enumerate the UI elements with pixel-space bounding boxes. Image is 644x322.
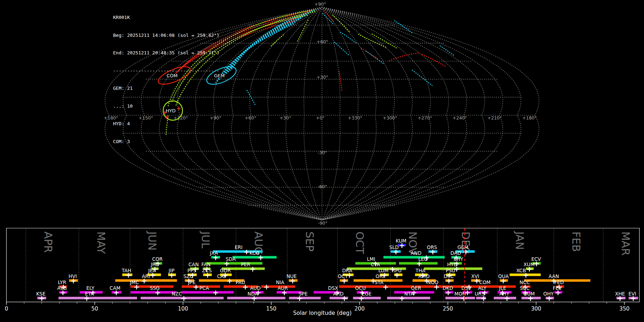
meteor-trail (372, 34, 396, 48)
lon-label: +330° (348, 115, 362, 121)
shower-label-TAH: TAH (121, 268, 131, 273)
shower-label-LUM: LUM (378, 268, 388, 273)
shower-label-NDA: NDA (248, 291, 258, 297)
shower-bar-ETA (59, 297, 137, 299)
shower-bar-KCG (233, 256, 277, 259)
shower-label-ORS: ORS (427, 244, 437, 250)
count-sporadic: ...: 10 (113, 103, 219, 109)
meteor-trail (298, 20, 308, 41)
shower-label-OCT: OCT (338, 273, 348, 279)
lon-label: +180° (522, 115, 537, 121)
shower-label-FEV: FEV (553, 285, 562, 291)
shower-label-SDA: SDA (226, 256, 236, 262)
shower-label-HYD: HYD (447, 262, 458, 267)
shower-label-AHY: AHY (499, 291, 509, 297)
shower-label-COM: COM (479, 279, 491, 285)
shower-label-ALY: ALY (478, 285, 487, 291)
month-label-FEB: FEB (570, 231, 582, 252)
x-tick-label-150: 150 (266, 306, 277, 312)
separator-line: -------------------------------------- (113, 68, 219, 74)
shower-label-CAN: CAN (189, 262, 199, 267)
grid-meridian (322, 7, 413, 220)
shower-label-DRA: DRA (342, 268, 352, 273)
shower-label-HVI: HVI (68, 273, 77, 279)
shower-bar-SSG (131, 291, 176, 294)
count-gem: GEM: 21 (113, 86, 219, 92)
shower-label-PCA: PCA (199, 285, 209, 291)
shower-label-GDR: GDR (220, 268, 231, 273)
month-label-JUL: JUL (199, 231, 212, 249)
lon-label: +0° (316, 115, 325, 121)
shower-label-XVI: XVI (471, 273, 479, 279)
shower-label-ETA: ETA (85, 291, 94, 297)
meteor-trail (219, 20, 300, 79)
month-label-JAN: JAN (513, 231, 526, 250)
count-com: COM: 3 (113, 139, 219, 145)
lat-label: -30° (318, 150, 327, 155)
shower-label-AUD: AUD (250, 285, 261, 291)
meteor-trail (226, 13, 309, 73)
meteor-trail (271, 34, 284, 46)
shower-label-XCB: XCB (516, 268, 526, 273)
shower-label-URS: URS (475, 291, 485, 297)
shower-label-NZC: NZC (172, 291, 182, 297)
shower-label-AUR: AUR (278, 285, 288, 291)
shower-bar-AND (384, 256, 445, 259)
shower-label-DPC: DPC (444, 273, 454, 279)
x-tick-label-350: 350 (619, 306, 630, 312)
meteor-trail (218, 22, 297, 81)
shower-label-JIP: JIP (168, 268, 174, 273)
x-tick-label-250: 250 (443, 306, 453, 312)
shower-label-NTA: NTA (404, 291, 414, 297)
grid-meridian (322, 7, 449, 220)
shower-label-MON: MON (454, 291, 466, 297)
lon-label: +300° (383, 115, 397, 121)
x-tick-label-100: 100 (178, 306, 188, 312)
radiant-sky-map: +90°-90°+60°+30°-30°-60°+180°+150°+120°+… (0, 0, 644, 228)
shower-label-NOO: NOO (427, 279, 438, 285)
month-label-JUN: JUN (146, 231, 158, 250)
meteor-trail (389, 53, 419, 61)
shower-label-ORI: ORI (376, 273, 384, 279)
activity-timeline: Solar longitude (deg) APRMAYJUNJULAUGSEP… (0, 228, 644, 322)
shower-label-LYR: LYR (58, 279, 66, 285)
shower-label-AAN: AAN (548, 273, 559, 279)
shower-label-SZC: SZC (184, 273, 193, 279)
shower-label-FAN: FAN (201, 262, 211, 267)
lat-label-plus90: +90° (314, 1, 326, 7)
count-hyd: HYD: 4 (113, 121, 219, 127)
shower-bar-MON (445, 297, 475, 299)
session-info-block: KR001K Beg: 20251211 14:06:08 (sol = 259… (113, 3, 219, 151)
shower-label-CAM: CAM (109, 285, 120, 291)
shower-label-DAD: DAD (450, 250, 461, 256)
x-tick-label-200: 200 (355, 306, 365, 312)
shower-label-KSE: KSE (36, 291, 45, 297)
month-label-OCT: OCT (353, 231, 366, 254)
station-id: KR001K (113, 15, 219, 21)
shower-label-QUA: QUA (498, 273, 509, 279)
shower-label-JLE: JLE (499, 285, 506, 291)
shower-label-NCC: NCC (519, 279, 530, 285)
shower-label-PAU: PAU (236, 279, 245, 285)
lat-label-minus90: -90° (318, 220, 328, 226)
shower-label-EGE: EGE (362, 291, 372, 297)
shower-label-DSX: DSX (328, 285, 338, 291)
shower-label-KUM: KUM (396, 238, 406, 244)
shower-label-ELY: ELY (86, 285, 94, 291)
lat-label: +30° (317, 74, 328, 80)
meteor-trail (412, 70, 432, 86)
shower-label-JEA: JEA (148, 268, 156, 273)
shower-label-FED: FED (554, 279, 564, 285)
shower-label-LMI: LMI (367, 256, 375, 262)
meteor-trail (335, 42, 349, 55)
shower-label-GUM: GUM (523, 291, 535, 297)
shower-label-STA: STA (375, 279, 384, 285)
shower-label-KCG: KCG (249, 250, 259, 256)
shower-label-OHY: OHY (543, 291, 554, 297)
meteor-trail (366, 51, 384, 64)
shower-label-AMO: AMO (418, 273, 430, 279)
grid-meridian (322, 7, 467, 220)
shower-label-RPU: RPU (392, 268, 401, 273)
grid-meridian (322, 7, 485, 220)
shower-label-AVB: AVB (57, 285, 67, 291)
